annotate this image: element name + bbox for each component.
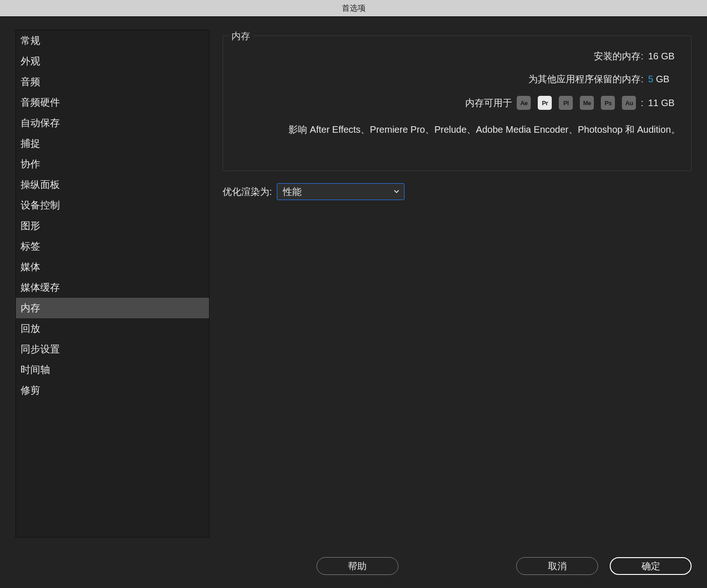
sidebar-item-label: 自动保存	[21, 116, 60, 129]
optimize-select-wrap: 性能	[277, 183, 404, 200]
sidebar-item-label: 操纵面板	[21, 178, 60, 191]
optimize-select[interactable]: 性能	[277, 183, 404, 200]
app-badge-au: Au	[622, 96, 636, 110]
sidebar-item-playback[interactable]: 回放	[16, 318, 209, 339]
available-memory-value: 11 GB	[648, 98, 682, 108]
sidebar-item-label: 常规	[21, 34, 40, 47]
main-row: 常规 外观 音频 音频硬件 自动保存 捕捉 协作 操纵面板 设备控制 图形 标签…	[15, 30, 692, 538]
content-area: 常规 外观 音频 音频硬件 自动保存 捕捉 协作 操纵面板 设备控制 图形 标签…	[0, 17, 707, 588]
window-titlebar: 首选项	[0, 0, 707, 17]
memory-panel: 内存 安装的内存: 16 GB 为其他应用程序保留的内存: 5 GB 内存可用于…	[209, 30, 692, 538]
sidebar-item-labels[interactable]: 标签	[16, 236, 209, 257]
memory-group-title: 内存	[229, 30, 253, 43]
reserved-memory-unit: GB	[656, 74, 670, 84]
sidebar-item-label: 同步设置	[21, 343, 60, 356]
reserved-memory-number[interactable]: 5	[648, 74, 653, 84]
sidebar-item-collaboration[interactable]: 协作	[16, 154, 209, 174]
sidebar-item-label: 捕捉	[21, 137, 40, 150]
memory-group: 内存 安装的内存: 16 GB 为其他应用程序保留的内存: 5 GB 内存可用于…	[223, 36, 692, 171]
optimize-label: 优化渲染为:	[223, 186, 272, 198]
memory-note: 影响 After Effects、Premiere Pro、Prelude、Ad…	[289, 122, 682, 137]
sidebar-item-capture[interactable]: 捕捉	[16, 133, 209, 154]
sidebar-item-graphics[interactable]: 图形	[16, 215, 209, 236]
sidebar-item-memory[interactable]: 内存	[16, 298, 209, 318]
sidebar-item-control-surfaces[interactable]: 操纵面板	[16, 174, 209, 195]
available-colon: :	[641, 98, 643, 108]
sidebar-item-label: 时间轴	[21, 363, 50, 376]
sidebar-item-label: 协作	[21, 158, 40, 171]
sidebar-item-label: 图形	[21, 219, 40, 232]
preferences-sidebar: 常规 外观 音频 音频硬件 自动保存 捕捉 协作 操纵面板 设备控制 图形 标签…	[15, 30, 209, 538]
app-badge-ae: Ae	[517, 96, 531, 110]
sidebar-item-label: 媒体	[21, 260, 40, 273]
sidebar-item-label: 修剪	[21, 384, 40, 397]
dialog-footer: 帮助 取消 确定	[15, 542, 692, 575]
optimize-select-value: 性能	[283, 186, 302, 198]
sidebar-item-label: 媒体缓存	[21, 281, 60, 294]
sidebar-item-appearance[interactable]: 外观	[16, 51, 209, 72]
sidebar-item-audio[interactable]: 音频	[16, 72, 209, 92]
app-badge-ps: Ps	[601, 96, 615, 110]
sidebar-item-autosave[interactable]: 自动保存	[16, 113, 209, 133]
app-badge-me: Me	[580, 96, 594, 110]
sidebar-item-label: 标签	[21, 240, 40, 253]
sidebar-item-trim[interactable]: 修剪	[16, 380, 209, 401]
sidebar-item-label: 内存	[21, 301, 40, 315]
sidebar-item-general[interactable]: 常规	[16, 30, 209, 51]
sidebar-item-media-cache[interactable]: 媒体缓存	[16, 277, 209, 298]
installed-memory-row: 安装的内存: 16 GB	[232, 50, 682, 63]
window-title: 首选项	[342, 3, 366, 14]
sidebar-item-timeline[interactable]: 时间轴	[16, 359, 209, 380]
sidebar-item-label: 设备控制	[21, 199, 60, 212]
sidebar-item-label: 外观	[21, 55, 40, 68]
help-button[interactable]: 帮助	[317, 557, 398, 575]
app-badge-pr: Pr	[538, 96, 552, 110]
cancel-button[interactable]: 取消	[516, 557, 598, 575]
app-badge-pl: Pl	[559, 96, 573, 110]
help-button-label: 帮助	[348, 560, 367, 573]
reserved-memory-label: 为其他应用程序保留的内存:	[528, 73, 643, 86]
available-memory-row: 内存可用于 Ae Pr Pl Me Ps Au : 11 GB	[232, 96, 682, 110]
sidebar-item-media[interactable]: 媒体	[16, 257, 209, 277]
sidebar-item-label: 音频	[21, 75, 40, 88]
app-badges: Ae Pr Pl Me Ps Au	[517, 96, 636, 110]
ok-button[interactable]: 确定	[610, 557, 692, 575]
installed-memory-label: 安装的内存:	[594, 50, 643, 63]
optimize-row: 优化渲染为: 性能	[223, 183, 692, 200]
installed-memory-value: 16 GB	[648, 51, 682, 62]
sidebar-item-sync-settings[interactable]: 同步设置	[16, 339, 209, 359]
sidebar-item-label: 音频硬件	[21, 96, 60, 109]
cancel-button-label: 取消	[548, 560, 567, 573]
sidebar-item-audio-hardware[interactable]: 音频硬件	[16, 92, 209, 113]
ok-button-label: 确定	[642, 560, 660, 573]
reserved-memory-row: 为其他应用程序保留的内存: 5 GB	[232, 73, 682, 86]
sidebar-item-label: 回放	[21, 322, 40, 335]
available-memory-label: 内存可用于	[465, 97, 512, 109]
reserved-memory-value[interactable]: 5 GB	[648, 74, 682, 85]
sidebar-item-device-control[interactable]: 设备控制	[16, 195, 209, 215]
